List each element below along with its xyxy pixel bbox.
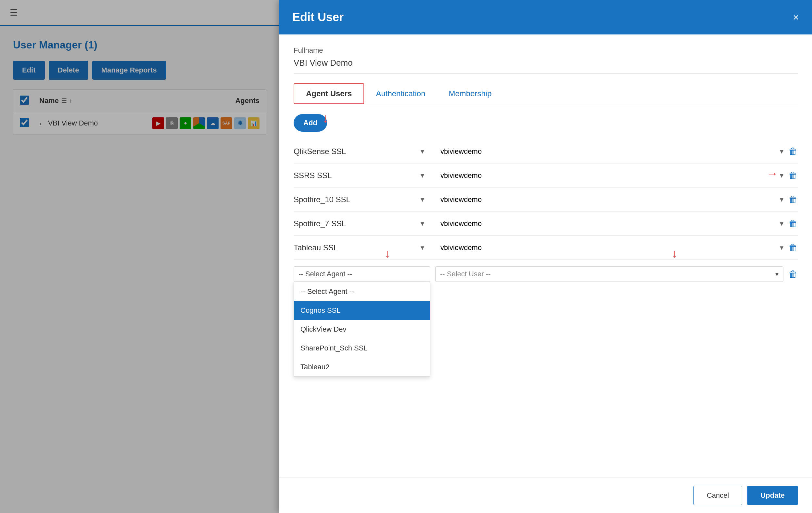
- select-user-chevron-icon: ▾: [775, 270, 779, 278]
- tabs: Agent Users Authentication Membership: [294, 83, 798, 104]
- tab-membership[interactable]: Membership: [437, 83, 503, 104]
- modal-title: Edit User: [292, 10, 344, 24]
- qliksense-dropdown-arrow[interactable]: ▾: [409, 147, 435, 156]
- select-agent-dropdown[interactable]: -- Select Agent --: [294, 266, 430, 282]
- qliksense-user-dropdown-arrow[interactable]: ▾: [780, 147, 783, 156]
- update-button[interactable]: Update: [747, 486, 798, 505]
- ssrs-user-value: vbiviewdemo ▾: [440, 171, 783, 180]
- ssrs-user-dropdown-arrow[interactable]: ▾: [780, 171, 783, 180]
- spotfire10-dropdown-arrow[interactable]: ▾: [409, 195, 435, 204]
- spotfire7-dropdown-arrow[interactable]: ▾: [409, 219, 435, 228]
- agent-dropdown-popup: -- Select Agent -- Cognos SSL QlickView …: [294, 282, 430, 377]
- select-user-arrow: ↓: [672, 247, 677, 261]
- select-user-dropdown[interactable]: -- Select User -- ▾: [435, 266, 783, 282]
- dropdown-item-cognos[interactable]: Cognos SSL: [294, 301, 430, 320]
- ssrs-arrow-indicator: →: [766, 167, 778, 181]
- select-agent-row: -- Select Agent -- ↓ -- Select User -- ▾…: [294, 260, 798, 288]
- agent-name-qliksense: QlikSense SSL: [294, 147, 404, 156]
- tab-authentication[interactable]: Authentication: [364, 83, 437, 104]
- spotfire10-user-dropdown-arrow[interactable]: ▾: [780, 195, 783, 204]
- add-arrow-indicator: ↓: [322, 111, 329, 126]
- modal-body: Fullname VBI View Demo Agent Users Authe…: [279, 34, 812, 478]
- modal-close-button[interactable]: ×: [793, 12, 799, 22]
- agent-row-spotfire10: Spotfire_10 SSL ▾ vbiviewdemo ▾ 🗑: [294, 188, 798, 212]
- ssrs-dropdown-arrow[interactable]: ▾: [409, 171, 435, 180]
- tab-agent-users[interactable]: Agent Users: [294, 83, 364, 104]
- fullname-label: Fullname: [294, 46, 798, 55]
- spotfire7-user-dropdown-arrow[interactable]: ▾: [780, 219, 783, 228]
- new-row-delete-button[interactable]: 🗑: [789, 269, 798, 279]
- agent-row-ssrs: SSRS SSL ▾ vbiviewdemo ▾ 🗑 →: [294, 164, 798, 188]
- agent-name-ssrs: SSRS SSL: [294, 171, 404, 180]
- modal-footer: Cancel Update: [279, 478, 812, 513]
- ssrs-delete-button[interactable]: 🗑: [789, 170, 798, 181]
- tableau-delete-button[interactable]: 🗑: [789, 242, 798, 253]
- dropdown-item-sharepoint[interactable]: SharePoint_Sch SSL: [294, 339, 430, 358]
- tableau-user-value: vbiviewdemo ▾: [440, 243, 783, 252]
- spotfire10-delete-button[interactable]: 🗑: [789, 194, 798, 205]
- agent-row-qliksense: QlikSense SSL ▾ vbiviewdemo ▾ 🗑: [294, 139, 798, 164]
- cancel-button[interactable]: Cancel: [693, 486, 742, 505]
- edit-user-modal: Edit User × Fullname VBI View Demo Agent…: [279, 0, 812, 513]
- qliksense-delete-button[interactable]: 🗑: [789, 146, 798, 157]
- agent-name-spotfire10: Spotfire_10 SSL: [294, 195, 404, 204]
- tableau-dropdown-arrow[interactable]: ▾: [409, 243, 435, 252]
- spotfire10-user-value: vbiviewdemo ▾: [440, 195, 783, 204]
- dropdown-item-placeholder[interactable]: -- Select Agent --: [294, 282, 430, 301]
- qliksense-user-value: vbiviewdemo ▾: [440, 147, 783, 156]
- tableau-user-dropdown-arrow[interactable]: ▾: [780, 243, 783, 252]
- dropdown-item-tableau2[interactable]: Tableau2: [294, 358, 430, 376]
- agent-name-spotfire7: Spotfire_7 SSL: [294, 219, 404, 228]
- spotfire7-delete-button[interactable]: 🗑: [789, 218, 798, 229]
- modal-header: Edit User ×: [279, 0, 812, 34]
- fullname-value: VBI View Demo: [294, 58, 798, 74]
- agent-row-spotfire7: Spotfire_7 SSL ▾ vbiviewdemo ▾ 🗑: [294, 212, 798, 236]
- select-agent-arrow: ↓: [384, 247, 390, 261]
- agent-row-tableau: Tableau SSL ▾ vbiviewdemo ▾ 🗑: [294, 236, 798, 260]
- dropdown-item-qlickview[interactable]: QlickView Dev: [294, 320, 430, 339]
- spotfire7-user-value: vbiviewdemo ▾: [440, 219, 783, 228]
